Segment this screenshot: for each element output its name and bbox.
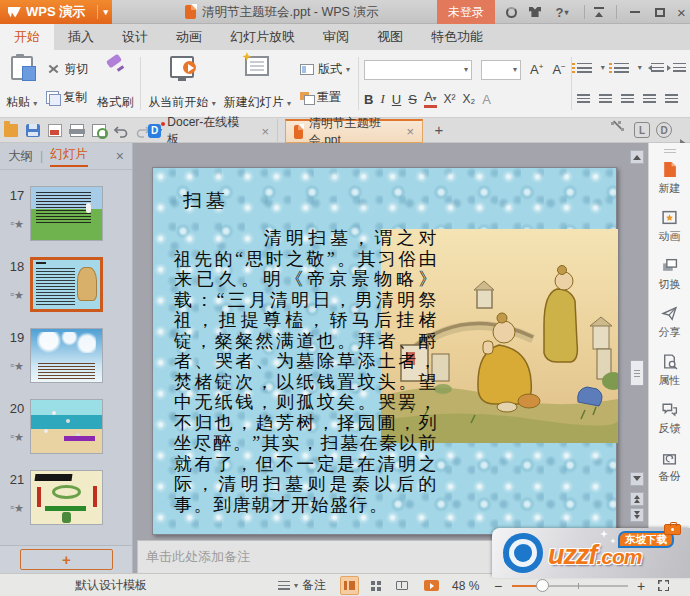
font-name-select[interactable]: ▾ <box>364 60 472 80</box>
strikethrough-button[interactable]: S <box>408 92 417 107</box>
thumbnail-preview[interactable] <box>30 470 103 525</box>
group-divider <box>140 57 141 110</box>
align-right-icon[interactable] <box>621 94 634 104</box>
scrollbar-thumb[interactable] <box>630 360 644 386</box>
play-from-current-button[interactable]: 从当前开始 ▾ <box>144 53 219 114</box>
cut-button[interactable]: 剪切 <box>43 59 91 80</box>
community-icon[interactable] <box>503 0 519 24</box>
increase-indent-icon[interactable] <box>673 63 686 73</box>
underline-button[interactable]: U <box>392 92 401 107</box>
minimize-icon[interactable] <box>625 0 645 24</box>
increase-font-button[interactable]: A+ <box>530 62 543 77</box>
align-center-icon[interactable] <box>599 94 612 104</box>
slide-title[interactable]: 扫墓 <box>183 188 229 214</box>
help-icon[interactable]: ?▾ <box>551 0 573 24</box>
format-painter-button[interactable]: 格式刷 <box>93 53 137 114</box>
wps-menu-button[interactable]: WPS 演示 ▾ <box>0 0 112 24</box>
open-file-icon[interactable] <box>4 124 18 137</box>
new-tab-button[interactable]: + <box>430 121 448 139</box>
scroll-up-button[interactable] <box>630 150 644 164</box>
tab-home[interactable]: 开始 <box>0 24 54 50</box>
next-slide-button[interactable] <box>630 508 644 522</box>
sidebar-item-transition[interactable]: 切换 <box>649 250 690 298</box>
slide-sorter-view-button[interactable] <box>366 576 385 595</box>
align-left-icon[interactable] <box>577 94 590 104</box>
chevron-down-icon[interactable]: ▾ <box>97 5 108 19</box>
previous-slide-button[interactable] <box>630 492 644 506</box>
sidebar-item-backup[interactable]: 备份 <box>649 442 690 490</box>
skin-icon[interactable] <box>527 0 543 24</box>
tab-view[interactable]: 视图 <box>363 24 417 50</box>
scroll-down-button[interactable] <box>630 472 644 486</box>
reset-button[interactable]: 重置 <box>297 87 353 108</box>
close-tab-icon[interactable]: × <box>406 124 414 139</box>
slide-thumbnail-20[interactable]: 20 ≡★ <box>0 399 132 454</box>
font-color-button[interactable]: A▾ <box>424 91 437 108</box>
thumbnail-preview[interactable] <box>30 399 103 454</box>
numbered-list-icon[interactable] <box>614 63 629 73</box>
font-size-select[interactable]: ▾ <box>481 60 521 80</box>
superscript-button[interactable]: X² <box>444 92 456 106</box>
tab-slideshow[interactable]: 幻灯片放映 <box>216 24 309 50</box>
paste-button[interactable]: 粘贴 ▾ <box>2 53 41 114</box>
clear-format-button[interactable]: A <box>482 92 491 107</box>
undo-icon[interactable] <box>114 124 128 138</box>
vertical-scrollbar[interactable] <box>630 150 644 533</box>
slide-thumbnail-18[interactable]: 18 ≡★ <box>0 257 132 312</box>
bullet-list-icon[interactable] <box>577 63 592 73</box>
new-slide-button[interactable]: 新建幻灯片 ▾ <box>220 53 295 114</box>
decrease-indent-icon[interactable] <box>651 63 664 73</box>
subscript-button[interactable]: X₂ <box>463 92 476 106</box>
layout-button[interactable]: 版式▾ <box>297 59 353 80</box>
normal-view-button[interactable] <box>340 576 359 595</box>
close-icon[interactable]: × <box>673 0 690 24</box>
doc-tab-docer[interactable]: D Docer-在线模板 × <box>140 119 278 143</box>
sidebar-item-properties[interactable]: 属性 <box>649 346 690 394</box>
justify-icon[interactable] <box>643 94 656 104</box>
maximize-icon[interactable] <box>650 0 670 24</box>
slide-thumbnail-17[interactable]: 17 ≡★ <box>0 186 132 241</box>
login-button[interactable]: 未登录 <box>437 0 495 24</box>
zoom-slider[interactable] <box>512 585 628 587</box>
add-slide-button[interactable]: + <box>20 549 113 570</box>
tab-slides[interactable]: 幻灯片 <box>50 146 88 167</box>
tab-review[interactable]: 审阅 <box>309 24 363 50</box>
export-pdf-icon[interactable] <box>48 124 62 137</box>
slide-thumbnail-21[interactable]: 21 ≡★ <box>0 470 132 525</box>
slideshow-button[interactable] <box>422 576 441 595</box>
print-icon[interactable] <box>70 124 84 137</box>
save-icon[interactable] <box>26 124 40 137</box>
reading-view-button[interactable] <box>392 576 411 595</box>
collapse-ribbon-icon[interactable] <box>590 0 608 24</box>
copy-button[interactable]: 复制 <box>43 87 91 108</box>
tab-animation[interactable]: 动画 <box>162 24 216 50</box>
plugin-d-icon[interactable]: D <box>656 122 672 138</box>
magic-wand-icon[interactable] <box>610 122 626 138</box>
sidebar-item-new[interactable]: 新建 <box>649 154 690 202</box>
plugin-l-icon[interactable]: L <box>634 122 650 138</box>
tab-insert[interactable]: 插入 <box>54 24 108 50</box>
tab-outline[interactable]: 大纲 <box>8 148 33 165</box>
thumbnail-preview[interactable] <box>30 328 103 383</box>
sidebar-item-animation[interactable]: 动画 <box>649 202 690 250</box>
decrease-font-button[interactable]: A− <box>552 62 565 77</box>
slide-canvas[interactable]: 扫墓 <box>152 167 617 535</box>
print-preview-icon[interactable] <box>92 124 106 137</box>
sidebar-item-feedback[interactable]: 反馈 <box>649 394 690 442</box>
tab-design[interactable]: 设计 <box>108 24 162 50</box>
doc-tab-current[interactable]: 清明节主题班会.ppt × <box>285 119 423 143</box>
notes-toggle[interactable]: ▾ 备注 <box>278 574 326 596</box>
thumbnail-preview[interactable] <box>30 186 103 241</box>
italic-button[interactable]: I <box>380 91 384 107</box>
sidebar-grip[interactable] <box>664 149 676 150</box>
bold-button[interactable]: B <box>364 92 373 107</box>
slide-body-text[interactable]: 清明扫墓，谓之对祖先的“思时之敬”。其习俗由来已久。明《帝京景物略》载：“三月清… <box>174 228 438 515</box>
tab-special-features[interactable]: 特色功能 <box>417 24 497 50</box>
slide-thumbnail-19[interactable]: 19 ≡★ <box>0 328 132 383</box>
zoom-slider-handle[interactable] <box>536 579 549 592</box>
thumbnail-preview[interactable] <box>30 257 103 312</box>
close-panel-icon[interactable]: × <box>116 148 124 164</box>
close-tab-icon[interactable]: × <box>261 124 269 139</box>
distribute-icon[interactable] <box>665 94 678 104</box>
sidebar-item-share[interactable]: 分享 <box>649 298 690 346</box>
